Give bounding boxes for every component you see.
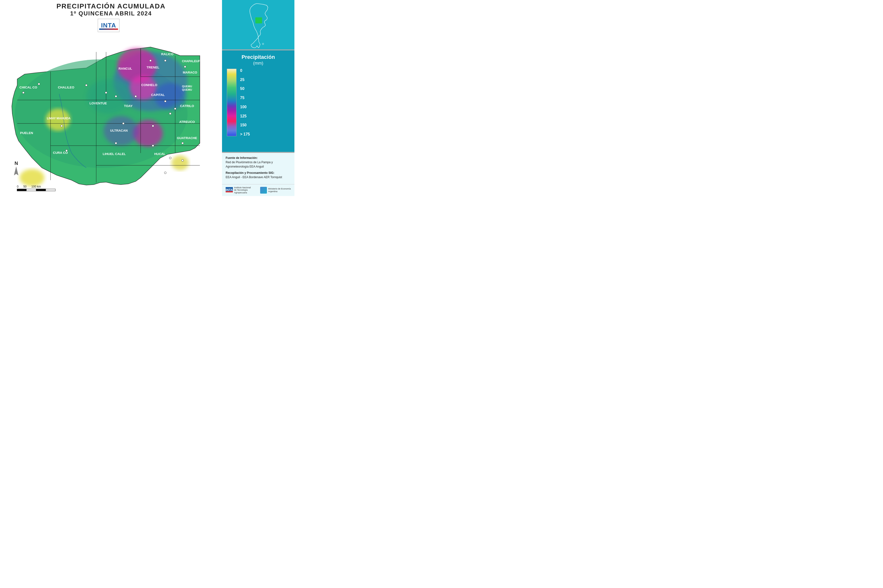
label-guatrache: GUATRACHE [177,136,197,140]
svg-point-24 [86,84,87,86]
label-loventue: LOVENTUE [90,102,107,105]
legend-gradient-bar [227,69,236,136]
label-chalileo: CHALILEO [58,86,74,89]
svg-marker-45 [14,166,18,175]
svg-point-23 [38,83,40,85]
svg-point-26 [115,96,117,98]
north-label: N [12,160,21,166]
svg-point-30 [150,60,152,62]
svg-point-39 [152,145,154,147]
svg-point-29 [184,66,186,68]
svg-point-43 [164,172,166,174]
processing-text: EEA Anguil - EEA Bordenave AER Tornquist [226,176,282,179]
label-quemu2: QUEMU [182,88,192,91]
svg-point-31 [164,100,166,102]
map-svg: CHICAL CO CHALILEO LOVENTUE TOAY CAPITAL… [2,19,220,194]
legend-label-0: 0 [240,69,250,73]
legend-label-50: 50 [240,87,250,91]
label-maraco: MARACO [183,71,197,75]
svg-point-22 [23,92,24,93]
legend-label-25: 25 [240,78,250,82]
legend-label-150: 150 [240,123,250,127]
svg-point-35 [169,112,171,114]
svg-point-42 [182,159,184,161]
scale-seg-1 [17,189,26,191]
label-curaco: CURA CO [53,151,68,154]
scale-seg-2 [26,189,36,191]
label-limay: LIMAY MAHUIDA [47,117,71,120]
scale-bar: 0 50 100 km [17,185,56,191]
legend-area: Precipitación (mm) 0 25 50 75 100 125 15… [222,50,295,152]
svg-point-27 [135,96,137,98]
svg-point-5 [86,79,131,114]
legend-title: Precipitación [227,54,290,60]
svg-point-36 [60,125,63,127]
inta-bottom-logo: INTA Instituto Nacionalde Tecnología Agr… [226,186,258,194]
legend-bar-row: 0 25 50 75 100 125 150 > 175 [227,69,290,136]
label-chapaleufu: CHAPALEUF [182,60,200,63]
legend-label-100: 100 [240,105,250,109]
inta-bar [99,28,118,30]
title-line2: 1º QUINCENA ABRIL 2024 [2,10,220,17]
label-capital: CAPITAL [151,93,165,97]
minecon-text: Ministerio de EconomíaArgentina [268,188,291,193]
label-puelen: PUELEN [20,131,33,135]
inta-bottom-text: Instituto Nacionalde Tecnología Agropecu… [234,186,258,194]
svg-point-8 [171,156,189,170]
svg-point-40 [182,142,184,144]
inta-label: INTA [101,22,116,29]
main-area: PRECIPITACIÓN ACUMULADA 1º QUINCENA ABRI… [0,0,222,196]
svg-point-47 [262,43,264,45]
legend-subtitle: (mm) [227,61,290,66]
label-toay: TOAY [124,104,133,108]
map-container: INTA [2,19,220,194]
minecon-icon [260,187,267,194]
source-info: Fuente de Información: Red de Pluviómetr… [226,156,291,169]
legend-label-175: > 175 [240,132,250,136]
svg-point-37 [66,150,68,152]
label-hucal: HUCAL [154,152,165,156]
inta-logo: INTA [98,19,119,32]
label-conhelo: CONHELO [141,83,157,87]
label-ralico: RALICO [161,52,173,56]
scale-graphic [17,189,56,191]
argentina-map-svg [239,2,278,48]
svg-point-25 [105,92,107,93]
processing-label: Recopilación y Procesamiento SIG: [226,171,274,174]
svg-point-28 [164,60,166,62]
svg-rect-50 [226,191,233,192]
label-lihuel: LIHUEL CALEL [102,152,126,156]
bottom-logos: INTA Instituto Nacionalde Tecnología Agr… [222,184,295,196]
scale-seg-3 [36,189,46,191]
label-ultracan: ULTRACAN [110,129,128,132]
svg-point-41 [169,157,171,159]
processing-info: Recopilación y Procesamiento SIG: EEA An… [226,171,291,179]
legend-labels: 0 25 50 75 100 125 150 > 175 [240,69,250,136]
label-chical-co: CHICAL CO [20,86,38,89]
label-quemu: QUEMU [182,85,192,88]
minecon-logo: Ministerio de EconomíaArgentina [260,187,291,194]
source-label: Fuente de Información: [226,156,258,160]
scale-seg-4 [46,189,56,191]
svg-point-38 [115,142,117,144]
sidebar: Precipitación (mm) 0 25 50 75 100 125 15… [222,0,295,196]
legend-label-125: 125 [240,114,250,118]
source-text: Red de Pluviómetros de La Pampa y Agrome… [226,160,273,168]
svg-point-33 [122,123,124,124]
svg-point-34 [152,125,154,127]
scale-50: 50 [23,185,27,188]
svg-point-32 [174,108,176,110]
scale-labels: 0 50 100 km [17,185,56,188]
svg-text:INTA: INTA [226,188,233,192]
title-line1: PRECIPITACIÓN ACUMULADA [2,2,220,10]
scale-0: 0 [17,185,19,188]
svg-rect-46 [255,17,262,23]
scale-100: 100 km [32,185,41,188]
inta-bottom-box: INTA [226,187,233,194]
info-area: Fuente de Información: Red de Pluviómetr… [222,153,295,184]
north-arrow: N [12,160,21,179]
svg-point-7 [20,169,44,186]
title-block: PRECIPITACIÓN ACUMULADA 1º QUINCENA ABRI… [2,2,220,17]
label-rancul: RANCUL [119,67,132,70]
argentina-thumbnail [222,0,295,50]
